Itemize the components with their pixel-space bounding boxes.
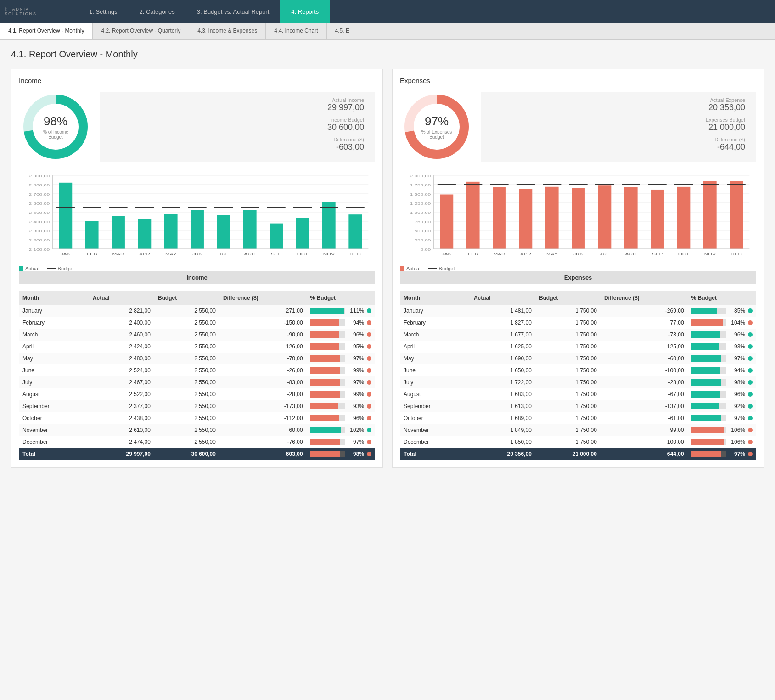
svg-text:APR: APR <box>520 252 531 256</box>
subnav-income-expenses[interactable]: 4.3. Income & Expenses <box>189 23 266 39</box>
expenses-legend-actual: Actual <box>400 266 421 271</box>
svg-rect-26 <box>138 219 152 249</box>
cell-diff: -76,00 <box>219 436 307 448</box>
income-diff-label: Difference ($) <box>111 137 364 142</box>
cell-actual: 1 722,00 <box>470 376 535 388</box>
expenses-diff-value: -644,00 <box>492 142 745 152</box>
svg-text:500,00: 500,00 <box>415 229 431 233</box>
svg-text:250,00: 250,00 <box>415 238 431 242</box>
cell-diff: -137,00 <box>601 400 688 412</box>
subnav-monthly[interactable]: 4.1. Report Overview - Monthly <box>0 23 93 39</box>
expenses-stats: Actual Expense 20 356,00 Expenses Budget… <box>481 92 756 162</box>
cell-pct: 98% <box>688 376 756 388</box>
total-diff: -603,00 <box>219 448 307 460</box>
income-donut: 98% % of IncomeBudget <box>19 90 92 163</box>
cell-budget: 1 750,00 <box>535 364 601 376</box>
cell-diff: -73,00 <box>601 329 688 341</box>
svg-text:2 200,00: 2 200,00 <box>29 238 50 242</box>
logo: i:i ADNIA SOLUTIONS <box>5 7 60 16</box>
income-budget-icon <box>47 268 56 269</box>
cell-actual: 1 690,00 <box>470 353 535 364</box>
expenses-budget-value: 21 000,00 <box>492 123 745 132</box>
subnav-extra[interactable]: 4.5. E <box>327 23 358 39</box>
cell-pct: 102% <box>307 424 375 436</box>
cell-actual: 1 481,00 <box>470 305 535 317</box>
svg-text:JAN: JAN <box>61 252 71 256</box>
cell-month: August <box>400 388 470 400</box>
svg-rect-34 <box>243 210 257 249</box>
svg-text:2 100,00: 2 100,00 <box>29 247 50 252</box>
cell-budget: 1 750,00 <box>535 412 601 424</box>
expenses-budget-icon <box>428 268 437 269</box>
cell-diff: 99,00 <box>601 424 688 436</box>
nav-budget-actual[interactable]: 3. Budget vs. Actual Report <box>186 0 281 23</box>
nav-reports[interactable]: 4. Reports <box>280 0 330 23</box>
expenses-col-budget: Budget <box>535 291 601 305</box>
page-title: 4.1. Report Overview - Monthly <box>11 49 764 60</box>
expenses-table: Month Actual Budget Difference ($) % Bud… <box>400 291 756 460</box>
income-actual-value: 29 997,00 <box>111 103 364 112</box>
nav-settings[interactable]: 1. Settings <box>78 0 128 23</box>
cell-actual: 2 467,00 <box>89 376 154 388</box>
svg-rect-20 <box>59 183 73 249</box>
cell-actual: 1 827,00 <box>470 317 535 329</box>
cell-actual: 1 613,00 <box>470 400 535 412</box>
cell-budget: 2 550,00 <box>154 353 219 364</box>
svg-text:SEP: SEP <box>271 252 282 256</box>
table-row: September 1 613,00 1 750,00 -137,00 92% <box>400 400 756 412</box>
cell-pct: 104% <box>688 317 756 329</box>
svg-rect-90 <box>598 185 612 249</box>
svg-rect-78 <box>440 195 454 249</box>
svg-text:SEP: SEP <box>652 252 663 256</box>
cell-month: April <box>19 341 89 353</box>
cell-actual: 2 438,00 <box>89 412 154 424</box>
svg-text:2 000,00: 2 000,00 <box>410 174 431 178</box>
income-budget-stat: Income Budget 30 600,00 <box>111 117 364 132</box>
nav-categories[interactable]: 2. Categories <box>128 0 185 23</box>
svg-text:OCT: OCT <box>297 252 309 256</box>
cell-diff: -173,00 <box>219 400 307 412</box>
subnav-income-chart[interactable]: 4.4. Income Chart <box>266 23 326 39</box>
cell-actual: 2 400,00 <box>89 317 154 329</box>
expenses-budget-label: Expenses Budget <box>492 117 745 123</box>
total-pct: 97% <box>688 448 756 460</box>
cell-pct: 94% <box>688 364 756 376</box>
svg-rect-92 <box>624 187 638 249</box>
expenses-legend: Actual Budget <box>400 266 756 271</box>
cell-diff: -150,00 <box>219 317 307 329</box>
expenses-donut-sub: % of ExpensesBudget <box>421 129 452 140</box>
cell-month: March <box>19 329 89 341</box>
total-budget: 21 000,00 <box>535 448 601 460</box>
expenses-actual-label: Actual Expense <box>492 97 745 103</box>
cell-diff: 100,00 <box>601 436 688 448</box>
svg-text:2 700,00: 2 700,00 <box>29 192 50 196</box>
svg-text:OCT: OCT <box>678 252 690 256</box>
cell-actual: 2 821,00 <box>89 305 154 317</box>
table-row: June 1 650,00 1 750,00 -100,00 94% <box>400 364 756 376</box>
svg-rect-96 <box>677 187 691 249</box>
cell-actual: 2 524,00 <box>89 364 154 376</box>
subnav-quarterly[interactable]: 4.2. Report Overview - Quarterly <box>93 23 189 39</box>
table-row: March 2 460,00 2 550,00 -90,00 96% <box>19 329 375 341</box>
cell-pct: 97% <box>688 353 756 364</box>
cell-diff: -28,00 <box>219 388 307 400</box>
cell-pct: 97% <box>688 412 756 424</box>
svg-text:MAY: MAY <box>165 252 177 256</box>
cell-pct: 99% <box>307 388 375 400</box>
table-row: October 2 438,00 2 550,00 -112,00 96% <box>19 412 375 424</box>
cell-month: June <box>400 364 470 376</box>
table-row: January 1 481,00 1 750,00 -269,00 85% <box>400 305 756 317</box>
svg-text:DEC: DEC <box>349 252 361 256</box>
cell-month: February <box>400 317 470 329</box>
cell-pct: 93% <box>688 341 756 353</box>
svg-text:AUG: AUG <box>244 252 256 256</box>
cell-month: November <box>400 424 470 436</box>
svg-text:APR: APR <box>139 252 150 256</box>
svg-text:JUN: JUN <box>192 252 202 256</box>
table-row: September 2 377,00 2 550,00 -173,00 93% <box>19 400 375 412</box>
svg-text:2 300,00: 2 300,00 <box>29 229 50 233</box>
svg-rect-98 <box>703 181 717 249</box>
nav-items: 1. Settings 2. Categories 3. Budget vs. … <box>78 0 330 23</box>
table-row: March 1 677,00 1 750,00 -73,00 96% <box>400 329 756 341</box>
cell-pct: 106% <box>688 424 756 436</box>
